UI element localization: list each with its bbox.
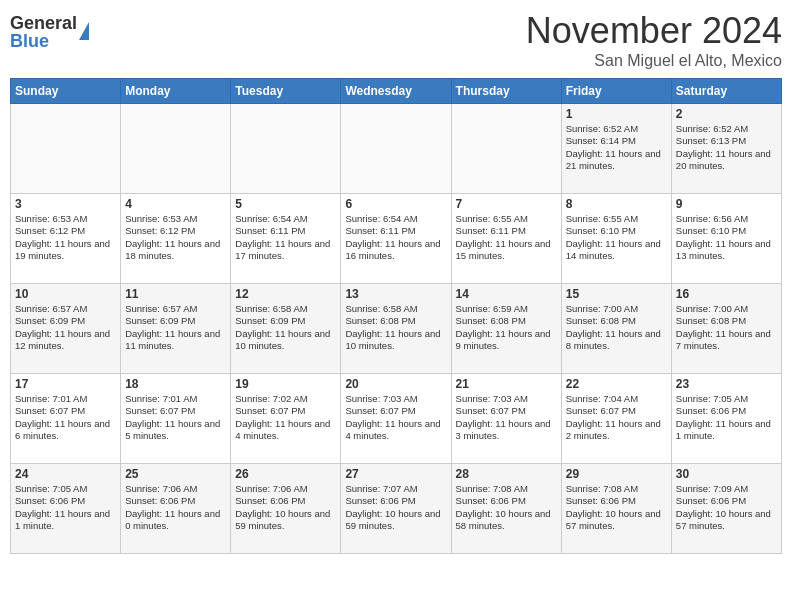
day-number: 7	[456, 197, 557, 211]
day-info: Sunrise: 6:54 AM Sunset: 6:11 PM Dayligh…	[345, 213, 446, 262]
day-number: 14	[456, 287, 557, 301]
calendar-cell: 26Sunrise: 7:06 AM Sunset: 6:06 PM Dayli…	[231, 464, 341, 554]
day-info: Sunrise: 6:52 AM Sunset: 6:14 PM Dayligh…	[566, 123, 667, 172]
calendar-cell: 27Sunrise: 7:07 AM Sunset: 6:06 PM Dayli…	[341, 464, 451, 554]
day-header-friday: Friday	[561, 79, 671, 104]
day-number: 21	[456, 377, 557, 391]
day-number: 20	[345, 377, 446, 391]
day-header-tuesday: Tuesday	[231, 79, 341, 104]
day-number: 15	[566, 287, 667, 301]
day-info: Sunrise: 7:04 AM Sunset: 6:07 PM Dayligh…	[566, 393, 667, 442]
title-section: November 2024 San Miguel el Alto, Mexico	[526, 10, 782, 70]
day-info: Sunrise: 6:54 AM Sunset: 6:11 PM Dayligh…	[235, 213, 336, 262]
calendar-cell: 15Sunrise: 7:00 AM Sunset: 6:08 PM Dayli…	[561, 284, 671, 374]
day-number: 12	[235, 287, 336, 301]
day-number: 24	[15, 467, 116, 481]
day-header-thursday: Thursday	[451, 79, 561, 104]
calendar-cell: 16Sunrise: 7:00 AM Sunset: 6:08 PM Dayli…	[671, 284, 781, 374]
calendar-cell: 17Sunrise: 7:01 AM Sunset: 6:07 PM Dayli…	[11, 374, 121, 464]
calendar-header: SundayMondayTuesdayWednesdayThursdayFrid…	[11, 79, 782, 104]
day-number: 5	[235, 197, 336, 211]
calendar-cell: 10Sunrise: 6:57 AM Sunset: 6:09 PM Dayli…	[11, 284, 121, 374]
day-number: 2	[676, 107, 777, 121]
day-number: 25	[125, 467, 226, 481]
calendar-week-4: 17Sunrise: 7:01 AM Sunset: 6:07 PM Dayli…	[11, 374, 782, 464]
day-info: Sunrise: 7:00 AM Sunset: 6:08 PM Dayligh…	[566, 303, 667, 352]
location: San Miguel el Alto, Mexico	[526, 52, 782, 70]
day-info: Sunrise: 6:57 AM Sunset: 6:09 PM Dayligh…	[15, 303, 116, 352]
calendar-cell	[11, 104, 121, 194]
day-header-sunday: Sunday	[11, 79, 121, 104]
logo-text: General Blue	[10, 14, 77, 50]
day-number: 29	[566, 467, 667, 481]
calendar-cell: 28Sunrise: 7:08 AM Sunset: 6:06 PM Dayli…	[451, 464, 561, 554]
day-number: 19	[235, 377, 336, 391]
day-number: 22	[566, 377, 667, 391]
page-header: General Blue November 2024 San Miguel el…	[10, 10, 782, 70]
day-info: Sunrise: 7:01 AM Sunset: 6:07 PM Dayligh…	[15, 393, 116, 442]
calendar-cell	[451, 104, 561, 194]
calendar-cell	[341, 104, 451, 194]
day-number: 6	[345, 197, 446, 211]
day-info: Sunrise: 7:05 AM Sunset: 6:06 PM Dayligh…	[15, 483, 116, 532]
calendar-cell: 8Sunrise: 6:55 AM Sunset: 6:10 PM Daylig…	[561, 194, 671, 284]
calendar-cell: 12Sunrise: 6:58 AM Sunset: 6:09 PM Dayli…	[231, 284, 341, 374]
day-number: 30	[676, 467, 777, 481]
calendar-week-5: 24Sunrise: 7:05 AM Sunset: 6:06 PM Dayli…	[11, 464, 782, 554]
calendar-cell: 9Sunrise: 6:56 AM Sunset: 6:10 PM Daylig…	[671, 194, 781, 284]
calendar-cell: 18Sunrise: 7:01 AM Sunset: 6:07 PM Dayli…	[121, 374, 231, 464]
day-number: 9	[676, 197, 777, 211]
calendar-week-3: 10Sunrise: 6:57 AM Sunset: 6:09 PM Dayli…	[11, 284, 782, 374]
day-number: 13	[345, 287, 446, 301]
day-info: Sunrise: 6:53 AM Sunset: 6:12 PM Dayligh…	[125, 213, 226, 262]
calendar-body: 1Sunrise: 6:52 AM Sunset: 6:14 PM Daylig…	[11, 104, 782, 554]
day-info: Sunrise: 7:03 AM Sunset: 6:07 PM Dayligh…	[456, 393, 557, 442]
logo-blue: Blue	[10, 32, 77, 50]
calendar-cell: 1Sunrise: 6:52 AM Sunset: 6:14 PM Daylig…	[561, 104, 671, 194]
day-info: Sunrise: 7:05 AM Sunset: 6:06 PM Dayligh…	[676, 393, 777, 442]
day-number: 16	[676, 287, 777, 301]
calendar-cell: 19Sunrise: 7:02 AM Sunset: 6:07 PM Dayli…	[231, 374, 341, 464]
calendar-week-2: 3Sunrise: 6:53 AM Sunset: 6:12 PM Daylig…	[11, 194, 782, 284]
day-number: 26	[235, 467, 336, 481]
day-number: 27	[345, 467, 446, 481]
day-number: 23	[676, 377, 777, 391]
day-number: 4	[125, 197, 226, 211]
calendar-cell	[121, 104, 231, 194]
logo: General Blue	[10, 10, 89, 50]
day-info: Sunrise: 6:58 AM Sunset: 6:08 PM Dayligh…	[345, 303, 446, 352]
day-number: 18	[125, 377, 226, 391]
day-number: 11	[125, 287, 226, 301]
calendar-cell: 21Sunrise: 7:03 AM Sunset: 6:07 PM Dayli…	[451, 374, 561, 464]
calendar-cell: 25Sunrise: 7:06 AM Sunset: 6:06 PM Dayli…	[121, 464, 231, 554]
day-header-monday: Monday	[121, 79, 231, 104]
day-info: Sunrise: 7:00 AM Sunset: 6:08 PM Dayligh…	[676, 303, 777, 352]
day-info: Sunrise: 6:58 AM Sunset: 6:09 PM Dayligh…	[235, 303, 336, 352]
calendar-cell: 2Sunrise: 6:52 AM Sunset: 6:13 PM Daylig…	[671, 104, 781, 194]
logo-general: General	[10, 14, 77, 32]
month-title: November 2024	[526, 10, 782, 52]
day-header-wednesday: Wednesday	[341, 79, 451, 104]
day-info: Sunrise: 6:52 AM Sunset: 6:13 PM Dayligh…	[676, 123, 777, 172]
day-info: Sunrise: 7:09 AM Sunset: 6:06 PM Dayligh…	[676, 483, 777, 532]
day-info: Sunrise: 7:08 AM Sunset: 6:06 PM Dayligh…	[456, 483, 557, 532]
calendar-cell: 30Sunrise: 7:09 AM Sunset: 6:06 PM Dayli…	[671, 464, 781, 554]
day-info: Sunrise: 6:56 AM Sunset: 6:10 PM Dayligh…	[676, 213, 777, 262]
day-number: 1	[566, 107, 667, 121]
day-number: 8	[566, 197, 667, 211]
day-info: Sunrise: 7:08 AM Sunset: 6:06 PM Dayligh…	[566, 483, 667, 532]
calendar-cell	[231, 104, 341, 194]
header-row: SundayMondayTuesdayWednesdayThursdayFrid…	[11, 79, 782, 104]
calendar-week-1: 1Sunrise: 6:52 AM Sunset: 6:14 PM Daylig…	[11, 104, 782, 194]
calendar-cell: 5Sunrise: 6:54 AM Sunset: 6:11 PM Daylig…	[231, 194, 341, 284]
day-info: Sunrise: 6:53 AM Sunset: 6:12 PM Dayligh…	[15, 213, 116, 262]
calendar-cell: 3Sunrise: 6:53 AM Sunset: 6:12 PM Daylig…	[11, 194, 121, 284]
calendar-cell: 13Sunrise: 6:58 AM Sunset: 6:08 PM Dayli…	[341, 284, 451, 374]
calendar-table: SundayMondayTuesdayWednesdayThursdayFrid…	[10, 78, 782, 554]
calendar-cell: 4Sunrise: 6:53 AM Sunset: 6:12 PM Daylig…	[121, 194, 231, 284]
day-info: Sunrise: 6:55 AM Sunset: 6:10 PM Dayligh…	[566, 213, 667, 262]
day-info: Sunrise: 7:07 AM Sunset: 6:06 PM Dayligh…	[345, 483, 446, 532]
day-info: Sunrise: 7:06 AM Sunset: 6:06 PM Dayligh…	[125, 483, 226, 532]
calendar-cell: 22Sunrise: 7:04 AM Sunset: 6:07 PM Dayli…	[561, 374, 671, 464]
day-info: Sunrise: 7:02 AM Sunset: 6:07 PM Dayligh…	[235, 393, 336, 442]
